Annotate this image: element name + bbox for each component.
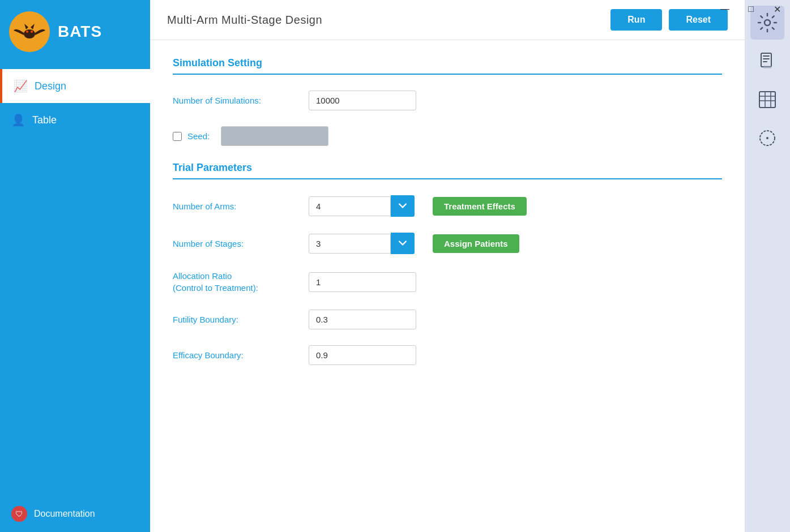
clock-icon bbox=[757, 128, 778, 148]
seed-input bbox=[221, 126, 328, 146]
svg-rect-7 bbox=[761, 53, 771, 67]
table-grid-icon bbox=[757, 89, 778, 110]
assign-patients-button[interactable]: Assign Patients bbox=[433, 234, 519, 253]
table-icon: 👤 bbox=[11, 113, 25, 127]
num-simulations-input[interactable] bbox=[309, 91, 416, 110]
treatment-effects-button[interactable]: Treatment Effects bbox=[433, 197, 527, 216]
main-area: Multi-Arm Multi-Stage Design Run Reset S… bbox=[150, 0, 745, 532]
num-stages-input[interactable] bbox=[309, 234, 391, 254]
svg-rect-10 bbox=[763, 61, 767, 62]
run-button[interactable]: Run bbox=[610, 9, 662, 31]
futility-boundary-input[interactable] bbox=[309, 310, 416, 329]
right-panel-table[interactable] bbox=[750, 83, 784, 117]
top-buttons: Run Reset bbox=[610, 9, 728, 31]
sidebar: BATS 📈 Design 👤 Table 🛡 Documentation bbox=[0, 0, 150, 532]
seed-checkbox[interactable] bbox=[173, 132, 182, 141]
num-arms-row: Number of Arms: Treatment Effects bbox=[173, 195, 722, 217]
num-arms-label: Number of Arms: bbox=[173, 200, 297, 212]
num-arms-input[interactable] bbox=[309, 196, 391, 216]
chevron-down-icon bbox=[399, 203, 407, 209]
seed-row: Seed: bbox=[173, 126, 722, 146]
trial-divider bbox=[173, 178, 722, 179]
simulation-divider bbox=[173, 74, 722, 75]
bat-logo bbox=[9, 11, 50, 52]
sidebar-label-table: Table bbox=[32, 114, 57, 126]
num-stages-dropdown-btn[interactable] bbox=[391, 233, 415, 254]
num-stages-row: Number of Stages: Assign Patients bbox=[173, 233, 722, 254]
page-title: Multi-Arm Multi-Stage Design bbox=[167, 14, 322, 27]
sidebar-documentation[interactable]: 🛡 Documentation bbox=[0, 496, 150, 532]
right-panel bbox=[745, 0, 790, 532]
maximize-button[interactable]: □ bbox=[738, 0, 764, 18]
sidebar-header: BATS bbox=[0, 0, 150, 63]
num-arms-dropdown-group bbox=[309, 195, 415, 217]
document-icon bbox=[757, 51, 778, 71]
svg-point-5 bbox=[31, 31, 33, 33]
svg-point-1 bbox=[24, 29, 35, 38]
svg-rect-8 bbox=[763, 55, 770, 57]
num-stages-label: Number of Stages: bbox=[173, 238, 297, 250]
seed-checkbox-label: Seed: bbox=[173, 131, 210, 141]
content-body: Simulation Setting Number of Simulations… bbox=[150, 40, 745, 532]
window-chrome: — □ ✕ bbox=[712, 0, 790, 18]
trial-section-title: Trial Parameters bbox=[173, 162, 722, 174]
right-panel-history[interactable] bbox=[750, 121, 784, 155]
efficacy-boundary-input[interactable] bbox=[309, 345, 416, 365]
simulation-section-title: Simulation Setting bbox=[173, 57, 722, 69]
documentation-label: Documentation bbox=[34, 509, 95, 519]
futility-boundary-row: Futility Boundary: bbox=[173, 310, 722, 329]
svg-rect-11 bbox=[763, 66, 771, 68]
svg-point-6 bbox=[765, 20, 770, 25]
close-button[interactable]: ✕ bbox=[764, 0, 790, 18]
efficacy-boundary-label: Efficacy Boundary: bbox=[173, 349, 297, 361]
sidebar-label-design: Design bbox=[35, 80, 66, 92]
sidebar-item-design[interactable]: 📈 Design bbox=[0, 69, 150, 103]
svg-rect-9 bbox=[763, 58, 770, 59]
num-simulations-row: Number of Simulations: bbox=[173, 91, 722, 110]
top-bar: Multi-Arm Multi-Stage Design Run Reset bbox=[150, 0, 745, 40]
efficacy-boundary-row: Efficacy Boundary: bbox=[173, 345, 722, 365]
allocation-ratio-row: Allocation Ratio (Control to Treatment): bbox=[173, 270, 722, 294]
num-simulations-label: Number of Simulations: bbox=[173, 95, 297, 106]
chevron-down-icon-2 bbox=[399, 241, 407, 246]
design-icon: 📈 bbox=[14, 79, 28, 93]
app-name: BATS bbox=[58, 23, 102, 41]
num-arms-dropdown-btn[interactable] bbox=[391, 195, 415, 217]
seed-label: Seed: bbox=[187, 131, 210, 141]
svg-point-18 bbox=[766, 137, 768, 139]
allocation-ratio-input[interactable] bbox=[309, 272, 416, 292]
documentation-icon: 🛡 bbox=[11, 506, 27, 522]
right-panel-document[interactable] bbox=[750, 44, 784, 78]
minimize-button[interactable]: — bbox=[712, 0, 738, 18]
futility-boundary-label: Futility Boundary: bbox=[173, 314, 297, 325]
svg-point-4 bbox=[26, 31, 28, 33]
sidebar-item-table[interactable]: 👤 Table bbox=[0, 103, 150, 137]
allocation-ratio-label: Allocation Ratio (Control to Treatment): bbox=[173, 270, 297, 294]
num-stages-dropdown-group bbox=[309, 233, 415, 254]
sidebar-nav: 📈 Design 👤 Table bbox=[0, 69, 150, 496]
svg-rect-12 bbox=[759, 92, 775, 108]
